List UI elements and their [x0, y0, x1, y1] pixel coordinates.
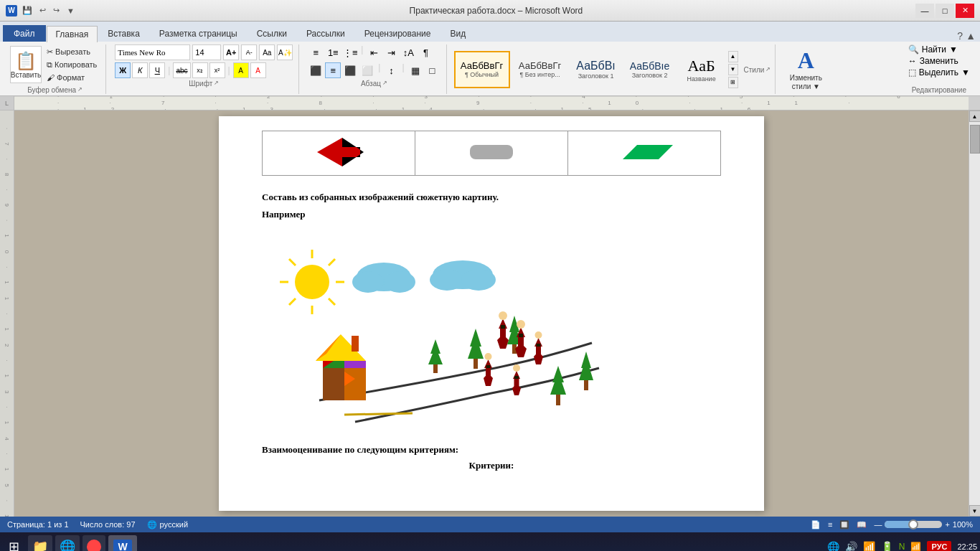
document-scroll-area[interactable]: Составь из собранных изображений сюжетну… — [14, 110, 969, 517]
numbering-button[interactable]: 1≡ — [325, 44, 341, 60]
styles-expand[interactable]: ⊞ — [728, 77, 738, 88]
view-reading[interactable]: ≡ — [828, 520, 832, 529]
show-formatting-button[interactable]: ¶ — [418, 44, 433, 60]
redo-button[interactable]: ↪ — [51, 5, 62, 16]
find-dropdown[interactable]: ▼ — [949, 44, 958, 55]
borders-button[interactable]: □ — [425, 62, 440, 78]
replace-button[interactable]: ↔ Заменить — [908, 56, 958, 66]
justify-button[interactable]: ⬜ — [359, 62, 375, 78]
clipboard-sub-buttons: ✂ Вырезать ⧉ Копировать 🖌 Формат — [44, 46, 100, 83]
clipboard-expand[interactable]: ↗ — [77, 86, 83, 93]
zoom-slider[interactable] — [885, 521, 942, 528]
sort-button[interactable]: ↕A — [400, 44, 416, 60]
taskbar-battery-icon[interactable]: 🔋 — [881, 541, 893, 551]
bold-button[interactable]: Ж — [115, 62, 131, 78]
scroll-track[interactable] — [969, 122, 980, 505]
scrollbar-right[interactable]: ▲ ▼ — [969, 110, 980, 517]
tab-review[interactable]: Рецензирование — [355, 25, 440, 42]
align-left-button[interactable]: ⬛ — [308, 62, 324, 78]
scroll-up-button[interactable]: ▲ — [969, 110, 981, 122]
strikethrough-button[interactable]: abc — [173, 62, 190, 78]
italic-button[interactable]: К — [132, 62, 148, 78]
font-grow-button[interactable]: A+ — [223, 44, 239, 60]
view-draft[interactable]: 📖 — [857, 520, 867, 529]
tab-home[interactable]: Главная — [47, 26, 98, 42]
scroll-thumb[interactable] — [970, 125, 980, 154]
view-print-layout[interactable]: 📄 — [811, 520, 821, 529]
superscript-button[interactable]: x² — [209, 62, 225, 78]
zoom-out-button[interactable]: — — [874, 520, 882, 529]
copy-button[interactable]: ⧉ Копировать — [44, 59, 100, 71]
taskbar-sound-icon[interactable]: 🔊 — [845, 541, 857, 551]
titlebar: W 💾 ↩ ↪ ▼ Практическая работа.docx – Mic… — [0, 0, 980, 22]
format-painter-button[interactable]: 🖌 Формат — [44, 72, 100, 83]
taskbar-browser2[interactable] — [83, 535, 105, 551]
cut-button[interactable]: ✂ Вырезать — [44, 46, 100, 58]
tab-view[interactable]: Вид — [440, 25, 475, 42]
font-name-input[interactable] — [115, 44, 190, 60]
style-normal[interactable]: АаБбВвГг ¶ Обычный — [454, 51, 510, 88]
undo-button[interactable]: ↩ — [37, 5, 48, 16]
language-flag[interactable]: РУС — [927, 541, 951, 551]
line-spacing-button[interactable]: ↕ — [383, 62, 399, 78]
bullets-button[interactable]: ≡ — [308, 44, 324, 60]
ribbon-minimize-button[interactable]: ▲ — [966, 30, 976, 42]
window-title: Практическая работа.docx – Microsoft Wor… — [77, 6, 915, 16]
taskbar-nvidia-icon[interactable]: N — [899, 542, 905, 551]
tab-mailings[interactable]: Рассылки — [297, 25, 354, 42]
help-button[interactable]: ? — [957, 30, 963, 42]
svg-marker-46 — [497, 334, 509, 349]
align-center-button[interactable]: ≡ — [325, 62, 341, 78]
change-styles-button[interactable]: A Изменитьстили ▼ — [784, 44, 827, 94]
styles-expand-btn[interactable]: ↗ — [765, 66, 771, 72]
select-button[interactable]: ⬚ Выделить ▼ — [908, 67, 970, 77]
paragraph-expand[interactable]: ↗ — [382, 80, 387, 86]
select-dropdown[interactable]: ▼ — [961, 67, 970, 77]
taskbar-signal-icon[interactable]: 📶 — [910, 542, 921, 551]
style-title[interactable]: АаБ Название — [678, 51, 725, 88]
shading-button[interactable]: ▦ — [407, 62, 423, 78]
font-expand[interactable]: ↗ — [214, 80, 219, 86]
word-count: Число слов: 97 — [80, 520, 136, 529]
subscript-button[interactable]: x₂ — [192, 62, 208, 78]
save-button[interactable]: 💾 — [20, 5, 34, 16]
style-heading1[interactable]: АаБбВı Заголовок 1 — [570, 51, 622, 88]
styles-scroll-up[interactable]: ▲ — [728, 51, 738, 62]
font-shrink-button[interactable]: A- — [241, 44, 257, 60]
font-size-input[interactable] — [192, 44, 221, 60]
document-page: Составь из собранных изображений сюжетну… — [219, 116, 764, 511]
maximize-button[interactable]: □ — [936, 4, 954, 18]
quick-access-dropdown[interactable]: ▼ — [65, 6, 77, 16]
text-effects-button[interactable]: A✨ — [277, 44, 293, 60]
paste-button[interactable]: 📋 Вставить — [10, 46, 42, 83]
style-no-spacing[interactable]: АаБбВвГг ¶ Без интер... — [512, 51, 568, 88]
taskbar-bluetooth-icon[interactable]: 📶 — [863, 541, 875, 551]
text-highlight-button[interactable]: A — [233, 62, 249, 78]
styles-scroll-down[interactable]: ▼ — [728, 64, 738, 75]
taskbar-folder[interactable]: 📁 — [28, 535, 52, 551]
decrease-indent-button[interactable]: ⇤ — [366, 44, 382, 60]
taskbar-word[interactable]: W — [108, 535, 137, 551]
close-button[interactable]: ✕ — [956, 4, 974, 18]
start-button[interactable]: ⊞ — [3, 535, 25, 551]
change-styles-label: Изменитьстили ▼ — [790, 74, 822, 91]
tab-page-layout[interactable]: Разметка страницы — [150, 25, 247, 42]
taskbar-network-icon[interactable]: 🌐 — [827, 541, 839, 551]
tab-references[interactable]: Ссылки — [248, 25, 296, 42]
multilevel-list-button[interactable]: ⋮≡ — [342, 44, 358, 60]
scroll-down-button[interactable]: ▼ — [969, 505, 981, 517]
underline-button[interactable]: Ч — [149, 62, 165, 78]
increase-indent-button[interactable]: ⇥ — [383, 44, 399, 60]
font-color-button[interactable]: A — [250, 62, 266, 78]
zoom-in-button[interactable]: + — [945, 520, 949, 529]
align-right-button[interactable]: ⬛ — [342, 62, 358, 78]
taskbar-browser1[interactable]: 🌐 — [55, 535, 80, 551]
tab-file[interactable]: Файл — [3, 25, 46, 42]
style-heading2[interactable]: АаБбВıe Заголовок 2 — [624, 51, 676, 88]
clear-format-button[interactable]: Aa — [259, 44, 275, 60]
find-button[interactable]: 🔍 Найти ▼ — [908, 44, 958, 55]
minimize-button[interactable]: — — [915, 4, 934, 18]
tab-insert[interactable]: Вставка — [98, 25, 149, 42]
view-web[interactable]: 🔲 — [839, 520, 849, 529]
zoom-thumb[interactable] — [908, 519, 918, 529]
